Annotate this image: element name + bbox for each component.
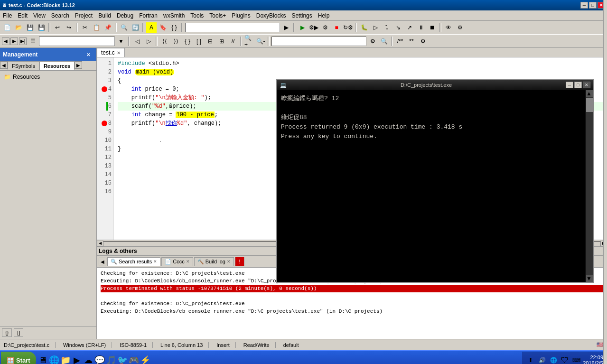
prev-bookmark-btn[interactable]: ◁ <box>132 36 142 47</box>
error-indicator[interactable]: ! <box>235 257 244 266</box>
step-into-btn[interactable]: ↘ <box>393 22 403 33</box>
sidebar-resources-item[interactable]: 📁 Resources <box>2 73 94 81</box>
search-input[interactable] <box>185 23 280 32</box>
editor-tab-testc[interactable]: test.c ✕ <box>97 48 125 57</box>
sidebar-close-btn[interactable]: ✕ <box>83 49 93 60</box>
fold-all-btn[interactable]: ⊟ <box>205 36 215 47</box>
log-tab-cccc[interactable]: 📄 Cccc ✕ <box>161 257 193 266</box>
menu-wxsmith[interactable]: wxSmith <box>160 11 187 20</box>
terminal-scrollbar[interactable]: ▲ ▼ <box>586 90 593 282</box>
taskbar-icon-6[interactable]: 💬 <box>95 355 104 364</box>
highlight-btn[interactable]: A <box>146 22 157 33</box>
doxy-settings-btn[interactable]: ⚙ <box>418 36 428 47</box>
match-brace-btn[interactable]: { } <box>182 36 193 47</box>
stop-btn[interactable]: ■ <box>331 22 342 33</box>
sidebar-btn-brackets[interactable]: [] <box>14 328 23 337</box>
save-file-btn[interactable]: 💾 <box>25 22 35 33</box>
terminal-scroll-up[interactable]: ▲ <box>586 90 593 97</box>
search2-go-btn[interactable]: 🔍 <box>379 36 389 47</box>
jump-next-btn[interactable]: ⟩⟩ <box>171 36 181 47</box>
new-file-btn[interactable]: 📄 <box>2 22 12 33</box>
build-log-close-btn[interactable]: ✕ <box>227 259 231 264</box>
tray-icon-3[interactable]: 🌐 <box>549 355 558 364</box>
next-bookmark-btn[interactable]: ▷ <box>143 36 154 47</box>
taskbar-icon-2[interactable]: 🌐 <box>49 355 59 364</box>
watches-btn[interactable]: 👁 <box>443 22 454 33</box>
nav-next-btn[interactable]: ▶ <box>10 37 18 45</box>
menu-tools[interactable]: Tools <box>187 11 206 20</box>
nav-input[interactable] <box>39 37 115 46</box>
start-button[interactable]: 🪟 Start <box>1 352 36 364</box>
build-run-btn[interactable]: ⚙▶ <box>308 22 319 33</box>
sidebar-tab-fsymbols[interactable]: FSymbols <box>8 61 39 70</box>
menu-settings[interactable]: Settings <box>289 11 315 20</box>
tray-icon-2[interactable]: 🔊 <box>537 355 547 364</box>
select-block-btn[interactable]: [ ] <box>194 36 204 47</box>
config-btn[interactable]: ⚙ <box>455 22 465 33</box>
nav-go-btn[interactable]: ▼ <box>116 36 126 47</box>
menu-doxyblocks[interactable]: DoxyBlocks <box>253 11 289 20</box>
comment-btn[interactable]: // <box>228 36 238 47</box>
taskbar-icon-3[interactable]: 📁 <box>61 355 70 364</box>
menu-help[interactable]: Help <box>315 11 333 20</box>
bookmark-btn[interactable]: 🔖 <box>158 22 168 33</box>
rebuild-btn[interactable]: ↻⚙ <box>343 22 353 33</box>
menu-view[interactable]: View <box>30 11 48 20</box>
build-btn[interactable]: ⚙ <box>320 22 330 33</box>
menu-fortran[interactable]: Fortran <box>136 11 160 20</box>
right-resize-handle[interactable] <box>603 0 607 364</box>
undo-btn[interactable]: ↩ <box>52 22 63 33</box>
nav-last-btn[interactable]: ▶| <box>19 37 27 45</box>
search-results-close-btn[interactable]: ✕ <box>153 259 157 264</box>
terminal-scroll-down[interactable]: ▼ <box>586 275 593 282</box>
log-tab-search-results[interactable]: 🔍 Search results ✕ <box>107 257 160 266</box>
taskbar-icon-10[interactable]: ⚡ <box>140 355 150 364</box>
debug-btn[interactable]: 🐛 <box>359 22 369 33</box>
terminal-max-btn[interactable]: □ <box>574 82 582 88</box>
zoom-out-btn[interactable]: 🔍- <box>255 36 266 47</box>
taskbar-icon-8[interactable]: 🐦 <box>118 355 127 364</box>
taskbar-icon-5[interactable]: ☁ <box>84 355 93 364</box>
terminal-scroll-thumb[interactable] <box>586 98 593 112</box>
menu-tools-plus[interactable]: Tools+ <box>206 11 229 20</box>
bookmarks-list-btn[interactable]: ☰ <box>28 36 38 47</box>
paste-btn[interactable]: 📌 <box>103 22 113 33</box>
terminal-min-btn[interactable]: ─ <box>566 82 573 88</box>
menu-debug[interactable]: Debug <box>114 11 136 20</box>
menu-build[interactable]: Build <box>95 11 114 20</box>
step-over-btn[interactable]: ⤵ <box>382 22 392 33</box>
log-tab-build-log[interactable]: 🔨 Build log ✕ <box>194 257 234 266</box>
tray-icon-5[interactable]: ⌨ <box>571 355 581 364</box>
tray-icon-4[interactable]: 🛡 <box>560 355 570 364</box>
search-input2[interactable] <box>271 37 366 46</box>
sidebar-next-btn[interactable]: ▶ <box>75 61 82 69</box>
nav-prev-btn[interactable]: ◀ <box>2 37 9 45</box>
run-btn[interactable]: ▶ <box>297 22 308 33</box>
sidebar-btn-braces[interactable]: {} <box>2 328 12 337</box>
unfold-all-btn[interactable]: ⊞ <box>216 36 227 47</box>
save-all-btn[interactable]: 💾 <box>36 22 47 33</box>
open-file-btn[interactable]: 📂 <box>13 22 24 33</box>
search-go-btn[interactable]: ▶ <box>281 22 291 33</box>
minimize-button[interactable]: ─ <box>580 2 588 9</box>
replace-btn[interactable]: 🔄 <box>130 22 140 33</box>
sidebar-prev-btn[interactable]: ◀ <box>0 61 8 69</box>
terminal-close-btn[interactable]: ✕ <box>583 82 590 88</box>
stop-debug-btn[interactable]: ⏹ <box>427 22 438 33</box>
find-btn[interactable]: 🔍 <box>119 22 129 33</box>
cccc-close-btn[interactable]: ✕ <box>186 259 190 264</box>
scroll-left-btn[interactable]: ◀ <box>97 241 103 246</box>
step-out-btn[interactable]: ↗ <box>404 22 415 33</box>
taskbar-icon-4[interactable]: ▶ <box>72 355 82 364</box>
menu-search[interactable]: Search <box>48 11 72 20</box>
match-btn[interactable]: { } <box>169 22 179 33</box>
doxy-btn2[interactable]: ** <box>406 36 417 47</box>
copy-btn[interactable]: 📋 <box>91 22 102 33</box>
cut-btn[interactable]: ✂ <box>80 22 90 33</box>
debug-run-btn[interactable]: ▷ <box>370 22 381 33</box>
taskbar-icon-1[interactable]: 🖥 <box>38 355 47 364</box>
editor-tab-close-btn[interactable]: ✕ <box>117 50 121 56</box>
zoom-in-btn[interactable]: 🔍+ <box>244 36 254 47</box>
pause-btn[interactable]: ⏸ <box>416 22 426 33</box>
sidebar-tab-resources[interactable]: Resources <box>39 61 75 70</box>
